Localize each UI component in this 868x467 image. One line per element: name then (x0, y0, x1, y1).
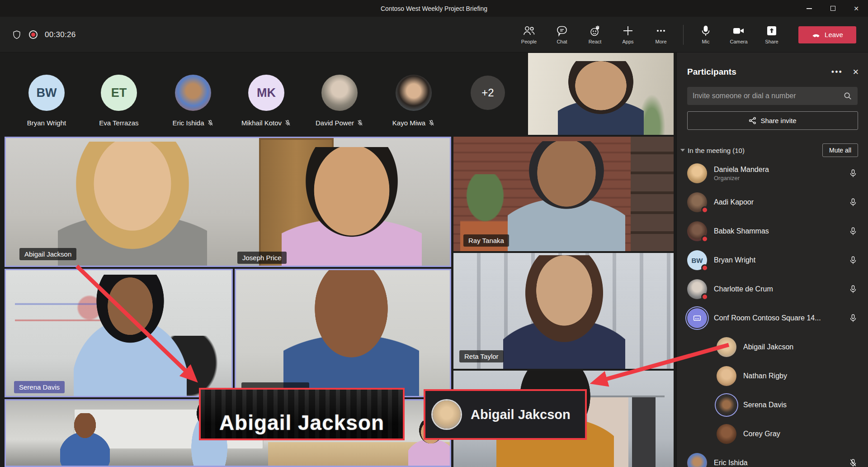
avatar (175, 75, 211, 111)
video-tile-conf-room-closeup[interactable]: Abigail Jackson Joseph Price (5, 137, 451, 267)
strip-participant-david-power[interactable]: David Power (303, 75, 376, 127)
mic-icon[interactable] (849, 168, 857, 178)
toolbar-actions: People Chat React Apps More Mic Camera (514, 17, 856, 52)
camera-label: Camera (730, 39, 747, 44)
share-invite-label: Share invite (760, 117, 796, 124)
participant-row-eric-ishida[interactable]: Eric Ishida (677, 448, 868, 467)
avatar: MK (248, 75, 284, 111)
participant-row-daniela-mandera[interactable]: Daniela Mandera Organizer (677, 159, 868, 188)
mute-all-button[interactable]: Mute all (822, 143, 858, 157)
annotation-callout-roster-label: Abigail Jakcson (424, 389, 587, 440)
maximize-button[interactable] (821, 0, 844, 17)
close-button[interactable]: ✕ (844, 0, 868, 17)
close-icon: ✕ (854, 5, 859, 12)
mic-button[interactable]: Mic (691, 25, 720, 44)
video-tile-serena-davis[interactable]: Serena Davis (5, 269, 233, 397)
avatar: BW (28, 75, 65, 111)
meeting-timer: 00:30:26 (45, 30, 76, 39)
avatar (717, 424, 736, 444)
mic-icon[interactable] (849, 313, 857, 323)
share-button[interactable]: Share (757, 25, 786, 44)
participant-name: Conf Room Contoso Square 14... (714, 314, 821, 322)
strip-name: Bryan Wright (27, 119, 66, 127)
participant-name: Abigail Jakcson (743, 343, 793, 351)
mic-icon[interactable] (849, 197, 857, 207)
search-icon (843, 91, 852, 100)
strip-name: Mikhail Kotov (241, 119, 282, 127)
shield-icon (12, 29, 22, 40)
minimize-button[interactable] (797, 0, 821, 17)
leave-label: Leave (825, 31, 843, 38)
avatar: ET (101, 75, 137, 111)
video-name-label-abigail-jackson: Abigail Jackson (19, 248, 76, 260)
presence-busy-dot (701, 235, 708, 243)
avatar (717, 395, 736, 415)
video-tile-ray-tanaka[interactable]: Ray Tanaka (453, 137, 674, 251)
panel-more-options-icon[interactable]: ••• (831, 67, 843, 77)
strip-name: Eva Terrazas (99, 119, 138, 127)
camera-icon (732, 25, 745, 37)
participant-row-corey-gray[interactable]: Corey Gray (677, 419, 868, 448)
video-tile-reta-taylor[interactable]: Reta Taylor (453, 253, 674, 369)
more-button[interactable]: More (646, 25, 675, 44)
toolbar-divider (683, 25, 684, 45)
strip-participant-eva-terrazas[interactable]: ET Eva Terrazas (83, 75, 155, 127)
participant-row-charlotte-de-crum[interactable]: Charlotte de Crum (677, 275, 868, 304)
strip-name: Kayo Miwa (392, 119, 425, 127)
mic-muted-icon[interactable] (849, 458, 857, 467)
avatar (396, 75, 432, 111)
chat-icon (556, 25, 568, 37)
participant-row-serena-davis[interactable]: Serena Davis (677, 391, 868, 419)
camera-button[interactable]: Camera (724, 25, 753, 44)
video-name-label-ray-tanaka: Ray Tanaka (463, 234, 509, 247)
participant-name: Babak Shammas (714, 227, 769, 235)
share-invite-button[interactable]: Share invite (687, 111, 858, 130)
react-button[interactable]: React (580, 25, 609, 44)
person-silhouette-joseph (282, 147, 422, 267)
participants-panel: Participants ••• ✕ Share invite In the m… (676, 52, 868, 467)
panel-close-icon[interactable]: ✕ (853, 67, 859, 77)
chat-label: Chat (557, 39, 567, 44)
invite-search-box[interactable] (687, 87, 858, 105)
conf-room-icon (687, 308, 707, 328)
strip-participant-bryan-wright[interactable]: BW Bryan Wright (10, 75, 83, 127)
mic-icon[interactable] (849, 255, 857, 265)
person-silhouette-abigail (58, 142, 207, 267)
invite-search-input[interactable] (693, 92, 843, 100)
strip-participant-eric-ishida[interactable]: Eric Ishida (157, 75, 229, 127)
more-ellipsis-icon (655, 25, 667, 37)
mic-icon[interactable] (849, 226, 857, 236)
maximize-icon (830, 6, 835, 11)
people-label: People (521, 39, 537, 44)
leave-button[interactable]: Leave (798, 26, 856, 43)
participant-row-babak-shammas[interactable]: Babak Shammas (677, 217, 868, 246)
annotation-callout-video-label: Abigail Jackson (199, 388, 405, 440)
mic-muted-icon (284, 119, 291, 126)
video-tile-unlabeled-woman[interactable] (528, 53, 674, 135)
participant-row-abigail-jakcson[interactable]: Abigail Jakcson (677, 333, 868, 362)
window-controls: ✕ (797, 0, 868, 17)
in-meeting-count: In the meeting (10) (688, 147, 822, 154)
strip-participant-kayo-miwa[interactable]: Kayo Miwa (377, 75, 450, 127)
strip-participant-mikhail-kotov[interactable]: MK Mikhail Kotov (230, 75, 302, 127)
callout-avatar (433, 400, 461, 429)
video-name-label-serena-davis: Serena Davis (14, 381, 65, 393)
participant-name: Nathan Rigby (743, 372, 787, 380)
participant-row-aadi-kapoor[interactable]: Aadi Kapoor (677, 188, 868, 217)
participant-row-conf-room[interactable]: Conf Room Contoso Square 14... (677, 304, 868, 333)
people-button[interactable]: People (514, 25, 543, 44)
apps-button[interactable]: Apps (613, 25, 642, 44)
callout-video-label-text: Abigail Jackson (219, 410, 384, 435)
people-icon (523, 25, 535, 37)
in-meeting-section-header[interactable]: In the meeting (10) Mute all (677, 143, 868, 157)
presence-busy-dot (701, 206, 708, 214)
participant-row-bryan-wright[interactable]: BW Bryan Wright (677, 246, 868, 275)
overflow-participants-badge[interactable]: +2 (471, 76, 505, 110)
react-label: React (589, 39, 602, 44)
avatar (687, 453, 707, 467)
chat-button[interactable]: Chat (547, 25, 576, 44)
participant-row-nathan-rigby[interactable]: Nathan Rigby (677, 362, 868, 391)
react-icon (589, 25, 601, 37)
video-tile-man-blue-shirt[interactable] (235, 269, 451, 397)
mic-icon[interactable] (849, 284, 857, 294)
